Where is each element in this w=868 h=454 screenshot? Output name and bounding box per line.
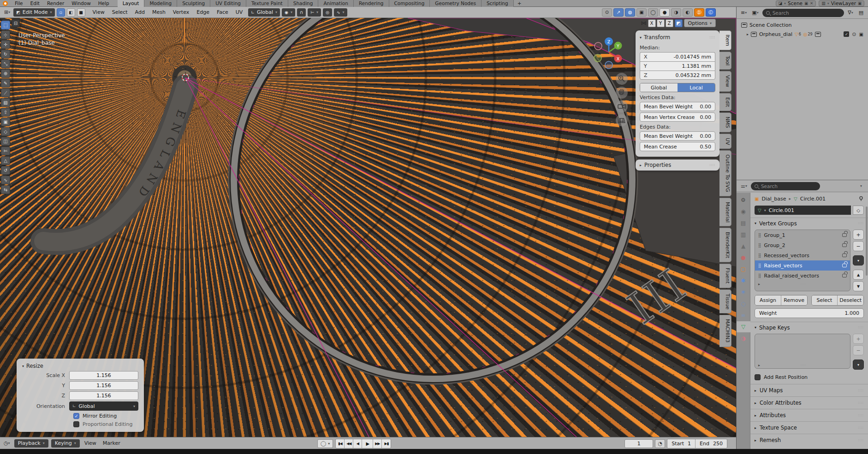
n-panel-tab-nms[interactable]: NMS [719,112,731,132]
properties-tab-output[interactable]: ▤ [737,218,750,229]
stopwatch-icon[interactable]: ◔ [655,439,665,448]
workspace-tab-modeling[interactable]: Modeling [144,0,177,7]
remove-button[interactable]: Remove [781,295,807,305]
outliner-filter-icon[interactable]: ▤ [857,9,865,17]
move-group-up-button[interactable]: ▲ [853,270,864,280]
next-keyframe-button[interactable]: ▶▶ [373,439,382,448]
panel-grip[interactable]: ∷∷ [858,221,864,225]
workspace-tab-geometry-nodes[interactable]: Geometry Nodes [430,0,482,7]
cursor-tool[interactable]: ⊹ [1,30,10,39]
vertex-group-radial_raised_vectors[interactable]: ⣿Radial_raised_vectors [755,271,850,281]
face-select-button[interactable]: ■ [77,8,85,17]
keying-menu[interactable]: Keying▾ [51,439,80,448]
snap-target-dropdown[interactable]: ⊢▾ [308,8,321,17]
n-panel-tab-outline-to-svg[interactable]: Outline To SVG [719,150,731,196]
engine-eevee-icon[interactable]: ⓑ [694,8,704,17]
properties-options-chevron[interactable]: ▾ [857,182,865,190]
selectable-checkbox[interactable]: ✓ [844,31,849,37]
median-y-field[interactable]: Y1.1381 mm [640,61,715,71]
panel-grip[interactable]: ∷∷ [710,163,715,167]
jump-to-end-button[interactable]: ▶▮ [382,439,391,448]
properties-tab-scene[interactable]: ▲ [737,241,750,252]
add-shape-key-button[interactable]: + [853,334,864,344]
n-panel-tab-view[interactable]: View [719,71,731,91]
properties-tab-object-data[interactable]: ▽ [737,321,750,332]
mode-selector[interactable]: ◩ Edit Mode ▾ [13,8,54,17]
timeline-editor-type-icon[interactable]: ◷▾ [2,439,12,448]
space-local-button[interactable]: Local [678,83,715,92]
n-panel-tab-blenderkit[interactable]: BlenderKit [719,228,731,262]
properties-tab-object[interactable]: ▢ [737,264,750,275]
shading-rendered-icon[interactable]: ◐ [683,8,693,17]
select-box-tool[interactable]: ⬚ [1,21,10,29]
lock-open-icon[interactable] [842,233,847,237]
section-uv-maps[interactable]: ▸UV Maps∷∷ [750,384,868,396]
extrude-tool[interactable]: ⇧ [1,108,10,117]
properties-tab-modifiers[interactable]: ✱ [737,275,750,286]
properties-tab-world[interactable]: ● [737,252,750,263]
prev-frame-button[interactable]: ◀ [353,439,362,448]
n-panel-tab-tissue[interactable]: Tissue [719,289,731,314]
panel-grip[interactable]: ∷∷ [858,325,864,330]
mirror-z-toggle[interactable]: Z [666,19,673,27]
filter-funnel-icon[interactable]: ∇▾ [846,9,855,17]
mirror-y-toggle[interactable]: Y [657,19,665,27]
expand-icon[interactable]: ▸ [747,32,749,36]
gizmo-neg-z-axis[interactable] [605,61,612,69]
vertex-group-group_1[interactable]: ⣿Group_1 [755,230,850,240]
transform-tool[interactable]: ⊕ [1,69,10,78]
playback-menu[interactable]: Playback▾ [14,439,48,448]
lock-open-icon[interactable] [842,264,847,267]
transform-orientation-dropdown[interactable]: ∟ Global ▾ [248,8,280,17]
deselect-button[interactable]: Deselect [838,295,863,305]
pan-button[interactable] [616,87,628,99]
properties-tab-physics[interactable]: ◌ [737,298,750,309]
scene-collection-row[interactable]: Scene Collection [738,20,866,29]
n-panel-tab-edit[interactable]: Edit [719,93,731,111]
current-frame-field[interactable]: 1 [624,439,653,448]
workspace-tab-layout[interactable]: Layout [118,0,145,7]
add-rest-position-checkbox[interactable] [755,374,761,380]
scale-tool[interactable]: ⤡ [1,59,10,68]
scene-selector[interactable]: ◪▾ Scene ▣ ✕ [776,0,816,6]
remove-vertex-group-button[interactable]: − [853,241,864,251]
prev-keyframe-button[interactable]: ◀◀ [345,439,353,448]
section-color-attributes[interactable]: ▸Color Attributes∷∷ [750,396,868,409]
snap-uv-toggle[interactable]: ◩ [675,19,683,27]
camera-view-button[interactable] [616,100,628,112]
select-button[interactable]: Select [812,295,838,305]
snap-toggle[interactable]: ∩ [297,8,306,17]
n-panel-tab-material[interactable]: Material [719,198,731,227]
properties-search-input[interactable] [761,183,816,189]
viewport-menu-edge[interactable]: Edge [193,9,213,15]
panel-grip[interactable]: ∷∷ [858,389,864,393]
gizmo-neg-y-axis[interactable] [594,54,601,62]
properties-scrollbar[interactable] [866,206,868,276]
resize-y-field[interactable]: 1.156 [69,381,138,390]
add-cube-tool[interactable]: ▧ [1,98,10,107]
viewport-menu-uv[interactable]: UV [232,9,247,15]
move-tool[interactable]: ✛ [1,40,10,49]
properties-tab-material[interactable]: ◑ [737,333,750,344]
timeline-marker-menu[interactable]: Marker [101,440,122,446]
proportional-falloff-dropdown[interactable]: ∿▾ [334,8,347,17]
space-global-button[interactable]: Global [640,83,678,92]
panel-grip[interactable]: ∷∷ [858,438,864,442]
vertex-select-button[interactable]: ▫ [57,8,65,17]
properties-filter-dropdown[interactable]: ⚌▾ [739,182,749,190]
new-scene-icon[interactable]: ▣ [804,1,808,6]
viewport-menu-mesh[interactable]: Mesh [149,9,169,15]
workspace-tab-uv-editing[interactable]: UV Editing [210,0,246,7]
n-panel-tab-machin3[interactable]: MACHIN3 [719,315,731,347]
smooth-tool[interactable]: ∿ [1,176,10,184]
outliner-search-input[interactable] [773,10,840,16]
shape-key-specials-button[interactable]: ▾ [853,360,864,370]
inset-tool[interactable]: ▣ [1,118,10,126]
add-workspace-button[interactable]: + [514,0,525,7]
section-texture-space[interactable]: ▸Texture Space∷∷ [750,421,868,434]
frame-end-field[interactable]: End250 [696,439,727,448]
topbar-menu-window[interactable]: Window [68,0,94,6]
workspace-tab-sculpting[interactable]: Sculpting [177,0,210,7]
viewport-menu-select[interactable]: Select [108,9,131,15]
n-panel-tab-uv[interactable]: UV [719,134,731,149]
